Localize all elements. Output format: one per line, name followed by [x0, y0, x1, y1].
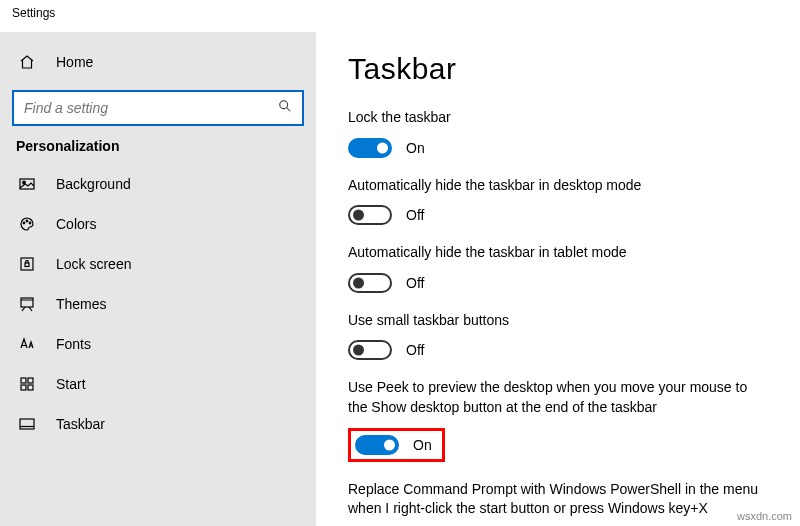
svg-rect-10: [21, 378, 26, 383]
start-icon: [16, 376, 38, 392]
search-box[interactable]: [12, 90, 304, 126]
watermark: wsxdn.com: [737, 510, 792, 522]
toggle-switch[interactable]: [348, 138, 392, 158]
lock-screen-icon: [16, 256, 38, 272]
setting-label: Replace Command Prompt with Windows Powe…: [348, 480, 768, 519]
sidebar-item-label: Colors: [56, 216, 96, 232]
toggle-switch[interactable]: [355, 435, 399, 455]
toggle-switch[interactable]: [348, 340, 392, 360]
themes-icon: [16, 296, 38, 312]
nav-home-label: Home: [56, 54, 93, 70]
setting-item: Use small taskbar buttonsOff: [348, 311, 768, 361]
sidebar-item-label: Fonts: [56, 336, 91, 352]
search-input[interactable]: [14, 100, 302, 116]
taskbar-icon: [16, 416, 38, 432]
svg-rect-13: [28, 385, 33, 390]
setting-label: Automatically hide the taskbar in deskto…: [348, 176, 768, 196]
sidebar-item-label: Themes: [56, 296, 107, 312]
home-icon: [16, 54, 38, 70]
sidebar: Home Personalization Background Colors L…: [0, 32, 316, 526]
sidebar-item-start[interactable]: Start: [0, 364, 316, 404]
svg-line-1: [287, 108, 291, 112]
sidebar-item-lock-screen[interactable]: Lock screen: [0, 244, 316, 284]
sidebar-section-label: Personalization: [0, 138, 316, 154]
nav-home[interactable]: Home: [0, 42, 316, 82]
setting-item: Automatically hide the taskbar in tablet…: [348, 243, 768, 293]
sidebar-item-taskbar[interactable]: Taskbar: [0, 404, 316, 444]
svg-rect-14: [20, 419, 34, 429]
page-title: Taskbar: [348, 52, 768, 86]
sidebar-item-label: Lock screen: [56, 256, 131, 272]
search-icon: [278, 99, 292, 117]
palette-icon: [16, 216, 38, 232]
fonts-icon: [16, 336, 38, 352]
sidebar-item-label: Start: [56, 376, 86, 392]
svg-rect-9: [21, 298, 33, 307]
toggle-switch[interactable]: [348, 205, 392, 225]
sidebar-item-background[interactable]: Background: [0, 164, 316, 204]
svg-point-6: [29, 222, 31, 224]
setting-item: Use Peek to preview the desktop when you…: [348, 378, 768, 461]
toggle-state-label: Off: [406, 342, 424, 358]
setting-label: Use small taskbar buttons: [348, 311, 768, 331]
svg-rect-12: [21, 385, 26, 390]
setting-label: Lock the taskbar: [348, 108, 768, 128]
highlight-box: On: [348, 428, 445, 462]
setting-item: Replace Command Prompt with Windows Powe…: [348, 480, 768, 526]
sidebar-item-label: Taskbar: [56, 416, 105, 432]
setting-label: Use Peek to preview the desktop when you…: [348, 378, 768, 417]
toggle-state-label: Off: [406, 275, 424, 291]
window-title: Settings: [0, 0, 800, 32]
toggle-state-label: On: [406, 140, 425, 156]
setting-label: Automatically hide the taskbar in tablet…: [348, 243, 768, 263]
sidebar-item-themes[interactable]: Themes: [0, 284, 316, 324]
sidebar-item-fonts[interactable]: Fonts: [0, 324, 316, 364]
setting-item: Lock the taskbarOn: [348, 108, 768, 158]
sidebar-item-colors[interactable]: Colors: [0, 204, 316, 244]
sidebar-item-label: Background: [56, 176, 131, 192]
toggle-state-label: Off: [406, 207, 424, 223]
toggle-state-label: On: [413, 437, 432, 453]
svg-point-5: [26, 220, 28, 222]
picture-icon: [16, 176, 38, 192]
toggle-switch[interactable]: [348, 273, 392, 293]
svg-rect-11: [28, 378, 33, 383]
svg-rect-8: [25, 263, 29, 267]
main-panel: Taskbar Lock the taskbarOnAutomatically …: [316, 32, 800, 526]
svg-point-0: [280, 101, 288, 109]
svg-point-4: [23, 222, 25, 224]
setting-item: Automatically hide the taskbar in deskto…: [348, 176, 768, 226]
